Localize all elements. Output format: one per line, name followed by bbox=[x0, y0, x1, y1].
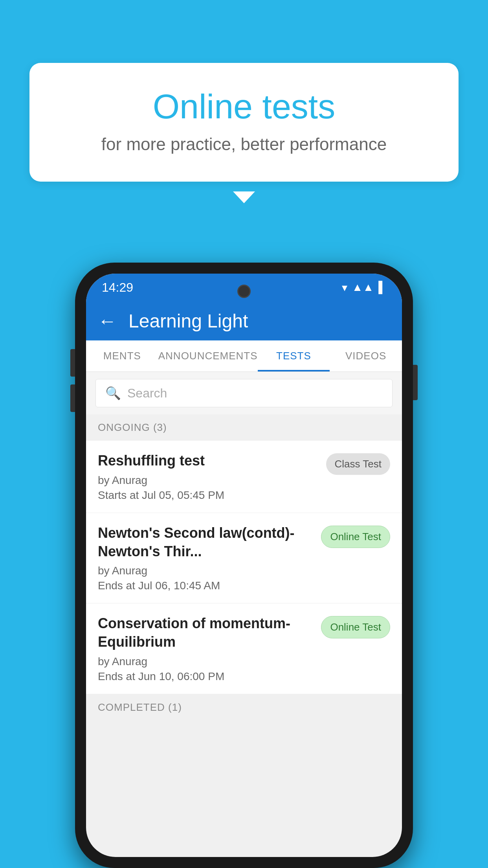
search-container: 🔍 Search bbox=[86, 372, 402, 414]
status-icons: ▾ ▲▲ ▌ bbox=[342, 281, 386, 294]
volume-down-button bbox=[70, 384, 75, 412]
test-time-3: Ends at Jun 10, 06:00 PM bbox=[98, 670, 313, 683]
back-button[interactable]: ← bbox=[98, 310, 117, 332]
tabs-container: MENTS ANNOUNCEMENTS TESTS VIDEOS bbox=[86, 340, 402, 372]
test-badge-3: Online Test bbox=[321, 616, 390, 638]
test-title-2: Newton's Second law(contd)-Newton's Thir… bbox=[98, 524, 313, 561]
completed-header-text: COMPLETED (1) bbox=[98, 701, 182, 713]
phone-screen: 14:29 ▾ ▲▲ ▌ ← Learning Light MENTS ANNO… bbox=[86, 274, 402, 857]
power-button bbox=[413, 365, 418, 400]
search-icon: 🔍 bbox=[105, 386, 121, 401]
ongoing-section-header: ONGOING (3) bbox=[86, 414, 402, 441]
phone-frame: 14:29 ▾ ▲▲ ▌ ← Learning Light MENTS ANNO… bbox=[75, 263, 413, 868]
test-by-1: by Anurag bbox=[98, 474, 318, 487]
test-by-3: by Anurag bbox=[98, 655, 313, 668]
search-placeholder: Search bbox=[127, 386, 167, 401]
tab-ments[interactable]: MENTS bbox=[86, 340, 158, 371]
test-title-3: Conservation of momentum-Equilibrium bbox=[98, 614, 313, 651]
wifi-icon: ▾ bbox=[342, 281, 347, 294]
tab-announcements[interactable]: ANNOUNCEMENTS bbox=[158, 340, 258, 371]
volume-up-button bbox=[70, 349, 75, 377]
search-bar[interactable]: 🔍 Search bbox=[95, 379, 393, 407]
completed-section-header: COMPLETED (1) bbox=[86, 694, 402, 721]
status-time: 14:29 bbox=[102, 280, 133, 295]
test-content-1: Reshuffling test by Anurag Starts at Jul… bbox=[98, 452, 326, 502]
test-badge-1: Class Test bbox=[326, 453, 390, 475]
ongoing-header-text: ONGOING (3) bbox=[98, 421, 167, 433]
speech-bubble: Online tests for more practice, better p… bbox=[29, 63, 459, 182]
app-bar: ← Learning Light bbox=[86, 301, 402, 340]
tab-videos[interactable]: VIDEOS bbox=[330, 340, 402, 371]
test-item-3[interactable]: Conservation of momentum-Equilibrium by … bbox=[86, 603, 402, 694]
signal-icon: ▲▲ bbox=[352, 281, 374, 294]
app-bar-title: Learning Light bbox=[128, 310, 248, 332]
battery-icon: ▌ bbox=[378, 281, 386, 294]
test-by-2: by Anurag bbox=[98, 565, 313, 577]
camera bbox=[237, 285, 251, 298]
tab-tests[interactable]: TESTS bbox=[258, 340, 330, 371]
bubble-subtitle: for more practice, better performance bbox=[61, 134, 427, 154]
test-content-3: Conservation of momentum-Equilibrium by … bbox=[98, 614, 321, 683]
test-badge-2: Online Test bbox=[321, 526, 390, 548]
test-time-1: Starts at Jul 05, 05:45 PM bbox=[98, 489, 318, 502]
test-item-1[interactable]: Reshuffling test by Anurag Starts at Jul… bbox=[86, 441, 402, 513]
bubble-title: Online tests bbox=[61, 86, 427, 127]
test-content-2: Newton's Second law(contd)-Newton's Thir… bbox=[98, 524, 321, 592]
phone-container: 14:29 ▾ ▲▲ ▌ ← Learning Light MENTS ANNO… bbox=[75, 263, 413, 868]
test-time-2: Ends at Jul 06, 10:45 AM bbox=[98, 579, 313, 592]
test-title-1: Reshuffling test bbox=[98, 452, 318, 470]
test-item-2[interactable]: Newton's Second law(contd)-Newton's Thir… bbox=[86, 513, 402, 604]
